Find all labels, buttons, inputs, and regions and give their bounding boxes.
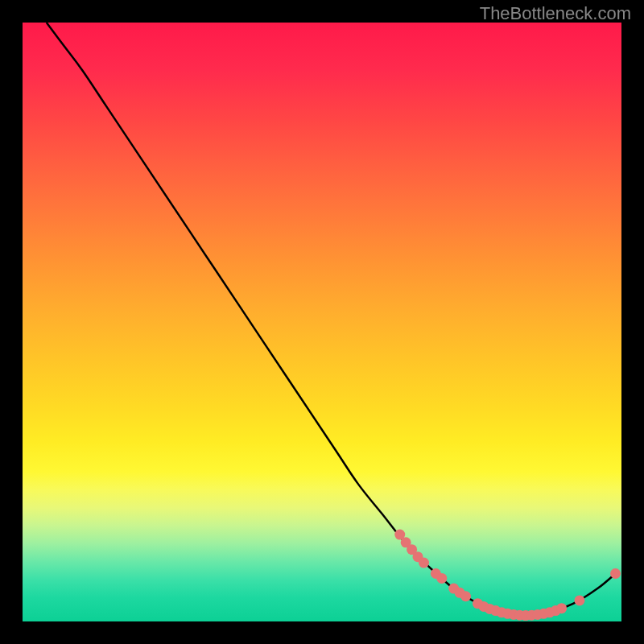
- data-markers: [394, 530, 621, 621]
- chart-svg: [23, 23, 621, 621]
- curve-line: [47, 23, 616, 616]
- plot-area: [23, 23, 621, 621]
- data-marker: [419, 558, 429, 568]
- watermark-text: TheBottleneck.com: [480, 3, 631, 24]
- data-marker: [460, 591, 471, 601]
- data-marker: [556, 603, 567, 613]
- data-marker: [436, 573, 447, 584]
- chart-container: TheBottleneck.com: [0, 0, 644, 644]
- data-marker: [574, 595, 584, 605]
- data-marker: [610, 568, 621, 579]
- curve-path: [47, 23, 616, 616]
